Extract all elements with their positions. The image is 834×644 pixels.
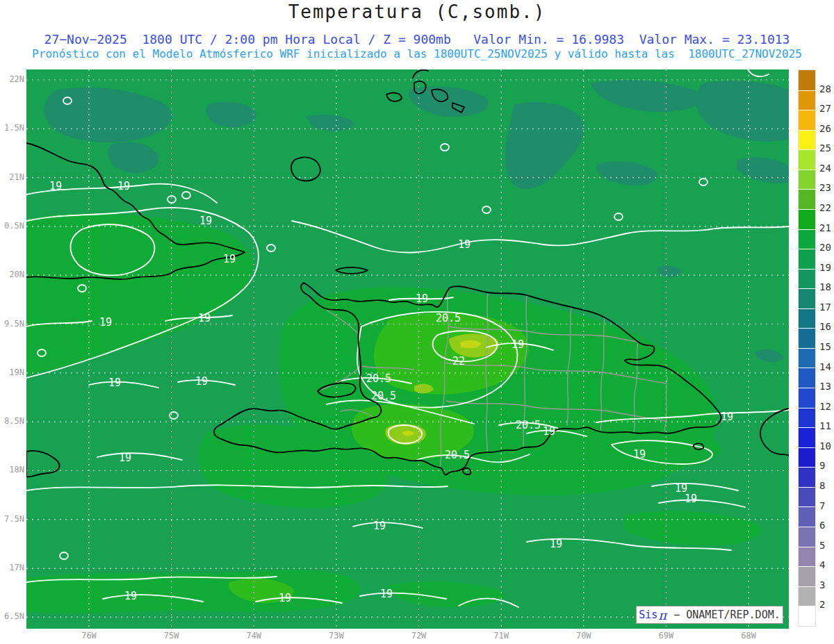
- map-svg: [0, 0, 834, 644]
- y-tick-label: 22N: [0, 74, 24, 84]
- contour-label: 19: [279, 592, 291, 604]
- contour-label: 19: [108, 377, 121, 389]
- colorbar-tick-label: 25: [819, 142, 831, 154]
- contour-label: 19: [124, 590, 137, 602]
- org-label: − ONAMET/REP.DOM.: [667, 609, 780, 621]
- colorbar-block: [799, 149, 815, 170]
- contour-label: 20.5: [371, 390, 396, 402]
- colorbar-tick-label: 10: [819, 440, 831, 452]
- contour-label: 19: [373, 520, 386, 532]
- contour-label: 19: [99, 316, 112, 329]
- contour-label: 19: [119, 452, 131, 464]
- contour-label: 19: [380, 588, 393, 600]
- y-tick-label: 20N: [0, 270, 24, 279]
- colorbar-tick-label: 15: [819, 341, 831, 352]
- colorbar-block: [799, 170, 815, 190]
- colorbar-block: [799, 447, 815, 468]
- colorbar-block: [799, 388, 815, 408]
- y-tick-label: 1.5N: [0, 123, 24, 133]
- colorbar-tick-label: 7: [819, 500, 825, 511]
- colorbar-tick-label: 14: [819, 361, 831, 372]
- weather-map-page: { "header": { "title": "Temperatura (C,s…: [0, 0, 834, 644]
- colorbar-block: [799, 70, 815, 90]
- x-tick-label: 69W: [659, 631, 674, 641]
- sispi-logo: Sis: [639, 609, 657, 621]
- contour-label: 19: [416, 292, 428, 305]
- contour-label: 20.5: [436, 312, 461, 324]
- colorbar-block: [799, 368, 815, 388]
- colorbar-block: [799, 308, 815, 329]
- colorbar-block: [799, 547, 815, 567]
- y-tick-label: 21N: [0, 172, 24, 182]
- colorbar-block: [799, 506, 815, 527]
- colorbar-tick-label: 4: [819, 559, 825, 570]
- colorbar-tick-label: 2: [819, 599, 825, 610]
- colorbar-tick-label: 23: [819, 182, 831, 193]
- colorbar-block: [799, 467, 815, 487]
- colorbar-tick-label: 17: [819, 302, 831, 313]
- colorbar-block: [799, 90, 815, 110]
- contour-label: 19: [198, 312, 211, 324]
- colorbar-block: [799, 269, 815, 289]
- contour-label: 19: [458, 238, 471, 251]
- y-tick-label: 7.5N: [0, 514, 24, 524]
- contour-label: 20.5: [366, 372, 391, 385]
- colorbar-block: [799, 110, 815, 130]
- colorbar-tick-label: 22: [819, 202, 831, 213]
- contour-label: 19: [117, 180, 130, 192]
- colorbar-block: [799, 606, 815, 626]
- contour-label: 22: [452, 355, 465, 368]
- colorbar-block: [799, 209, 815, 229]
- contour-label: 19: [512, 338, 524, 351]
- y-tick-label: 17N: [0, 563, 24, 572]
- x-tick-label: 75W: [164, 631, 179, 641]
- x-tick-label: 72W: [411, 631, 427, 641]
- contour-label: 19: [685, 493, 697, 505]
- colorbar-block: [799, 328, 815, 348]
- colorbar-tick-label: 13: [819, 381, 831, 392]
- contour-label: 19: [550, 538, 562, 550]
- contour-label: 19: [223, 253, 236, 265]
- x-tick-label: 76W: [81, 631, 97, 641]
- colorbar-tick-label: 27: [819, 103, 831, 114]
- colorbar-tick-label: 18: [819, 281, 831, 292]
- colorbar-tick-label: 26: [819, 123, 831, 134]
- colorbar-tick-label: 12: [819, 401, 831, 412]
- branding-box: Sisπ − ONAMET/REP.DOM.: [636, 606, 783, 624]
- colorbar-block: [799, 586, 815, 606]
- colorbar-tick-label: 5: [819, 540, 825, 551]
- y-tick-label: 6.5N: [0, 611, 24, 621]
- colorbar-block: [799, 189, 815, 209]
- x-tick-label: 68W: [741, 631, 756, 641]
- colorbar-tick-label: 3: [819, 579, 825, 591]
- x-tick-label: 73W: [329, 631, 344, 641]
- contour-label: 19: [199, 215, 212, 227]
- colorbar-tick-label: 6: [819, 520, 825, 531]
- colorbar-tick-label: 20: [819, 242, 831, 253]
- contour-label: 20.5: [516, 419, 541, 431]
- colorbar-tick-label: 28: [819, 83, 831, 94]
- x-tick-label: 71W: [493, 631, 509, 641]
- y-tick-label: 19N: [0, 368, 24, 377]
- contour-label: 19: [195, 375, 208, 388]
- colorbar-tick-label: 9: [819, 460, 825, 471]
- colorbar-block: [799, 288, 815, 308]
- colorbar-block: [799, 408, 815, 428]
- x-tick-label: 70W: [576, 631, 591, 641]
- y-tick-label: 18N: [0, 465, 24, 474]
- colorbar-tick-label: 8: [819, 480, 825, 491]
- colorbar-block: [799, 229, 815, 249]
- y-tick-label: 8.5N: [0, 416, 24, 426]
- contour-label: 19: [49, 180, 62, 192]
- colorbar-block: [799, 427, 815, 447]
- y-tick-label: 0.5N: [0, 221, 24, 231]
- contour-label: 19: [721, 411, 733, 423]
- colorbar-tick-label: 24: [819, 163, 831, 174]
- colorbar-block: [799, 348, 815, 368]
- y-tick-label: 9.5N: [0, 319, 24, 329]
- colorbar-block: [799, 487, 815, 507]
- contour-label: 20.5: [445, 449, 470, 461]
- colorbar-tick-label: 21: [819, 222, 831, 233]
- colorbar-tick-label: 16: [819, 321, 831, 332]
- colorbar-block: [799, 130, 815, 150]
